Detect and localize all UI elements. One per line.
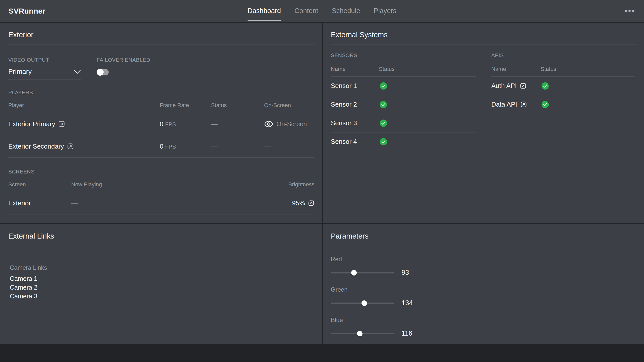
failover-toggle[interactable] (97, 69, 109, 75)
table-row: Exterior — 95% (8, 192, 314, 214)
table-row: Sensor 2 (331, 95, 476, 114)
tab-schedule[interactable]: Schedule (332, 0, 360, 22)
frame-rate-cell: 0 FPS (160, 120, 211, 128)
frame-rate-value: 0 (160, 143, 163, 150)
table-row: Exterior Secondary 0 FPS — — (8, 135, 314, 158)
external-systems-title: External Systems (331, 23, 637, 39)
param-value-blue: 116 (401, 330, 417, 337)
param-label-red: Red (331, 256, 637, 263)
screen-name: Exterior (8, 199, 71, 207)
video-output-label: VIDEO OUTPUT (8, 57, 97, 63)
external-systems-panel: External Systems SENSORS Name Status Sen… (323, 23, 644, 223)
player-name: Exterior Secondary (8, 143, 64, 150)
col-status: Status (541, 66, 634, 72)
on-screen-text: On-Screen (276, 120, 307, 128)
check-circle-icon (379, 100, 388, 109)
exterior-panel: Exterior VIDEO OUTPUT Primary FAILOVER E… (0, 23, 322, 223)
table-row: Data API (491, 95, 634, 114)
col-status: Status (379, 66, 476, 72)
player-link-exterior-secondary[interactable]: Exterior Secondary (8, 143, 160, 150)
player-name: Exterior Primary (8, 120, 55, 128)
divider (331, 44, 637, 45)
param-group-blue: Blue 116 (331, 316, 637, 337)
ellipsis-icon (628, 10, 631, 12)
check-circle-icon (541, 100, 550, 109)
col-now-playing: Now Playing (71, 181, 259, 188)
col-status: Status (211, 102, 264, 109)
external-links-title: External Links (8, 224, 314, 240)
col-name: Name (331, 66, 379, 72)
table-row: Sensor 3 (331, 114, 476, 132)
tab-players[interactable]: Players (374, 0, 396, 22)
slider-thumb[interactable] (361, 300, 367, 306)
col-screen: Screen (8, 181, 71, 188)
parameters-title: Parameters (331, 224, 637, 240)
failover-label: FAILOVER ENABLED (97, 57, 150, 63)
screens-section-label: SCREENS (8, 169, 314, 175)
systems-columns: SENSORS Name Status Sensor 1 Sensor 2 (331, 52, 637, 151)
failover-group: FAILOVER ENABLED (97, 57, 150, 79)
check-circle-icon (541, 81, 550, 90)
player-link-exterior-primary[interactable]: Exterior Primary (8, 120, 160, 128)
col-on-screen: On-Screen (264, 102, 314, 109)
main-nav: Dashboard Content Schedule Players (248, 0, 396, 22)
apis-table-header: Name Status (491, 58, 634, 77)
sensor-name: Sensor 1 (331, 82, 379, 90)
brightness-value: 95% (292, 199, 305, 207)
sensors-table-header: Name Status (331, 58, 476, 77)
players-section: PLAYERS Player Frame Rate Status On-Scre… (8, 89, 314, 158)
tab-dashboard[interactable]: Dashboard (248, 0, 281, 22)
slider-thumb[interactable] (357, 331, 363, 336)
ellipsis-icon (632, 10, 634, 12)
players-table-header: Player Frame Rate Status On-Screen (8, 96, 314, 113)
screens-table-header: Screen Now Playing Brightness (8, 175, 314, 192)
video-output-group: VIDEO OUTPUT Primary (8, 57, 97, 79)
players-section-label: PLAYERS (8, 89, 314, 96)
exterior-controls: VIDEO OUTPUT Primary FAILOVER ENABLED (8, 57, 314, 79)
brightness-link[interactable]: 95% (259, 199, 314, 207)
external-link-icon (520, 82, 527, 89)
param-value-green: 134 (401, 299, 417, 307)
red-slider[interactable] (331, 270, 394, 276)
sensor-name: Sensor 2 (331, 101, 379, 108)
sensors-section: SENSORS Name Status Sensor 1 Sensor 2 (331, 52, 476, 151)
param-value-red: 93 (401, 269, 417, 277)
status-cell: — (211, 120, 264, 128)
camera-link-1[interactable]: Camera 1 (10, 274, 37, 283)
table-row: Sensor 4 (331, 132, 476, 151)
api-link-data[interactable]: Data API (491, 101, 541, 108)
divider (8, 246, 314, 246)
external-link-icon (520, 101, 527, 108)
frame-rate-unit: FPS (165, 144, 176, 150)
api-name: Data API (491, 101, 517, 108)
frame-rate-cell: 0 FPS (160, 143, 211, 150)
slider-track (331, 333, 394, 334)
camera-link-3[interactable]: Camera 3 (10, 292, 37, 301)
ellipsis-icon (625, 10, 627, 12)
divider (331, 246, 637, 246)
exterior-panel-title: Exterior (8, 23, 314, 39)
check-circle-icon (379, 137, 388, 146)
camera-link-2[interactable]: Camera 2 (10, 283, 37, 292)
sensors-section-label: SENSORS (331, 52, 476, 58)
col-brightness: Brightness (259, 181, 314, 188)
on-screen-cell: On-Screen (264, 120, 314, 128)
camera-links-label: Camera Links (10, 264, 314, 271)
divider (8, 44, 314, 45)
apis-section-label: APIS (491, 52, 634, 58)
external-link-icon (58, 120, 65, 127)
table-row: Exterior Primary 0 FPS — On- (8, 113, 314, 135)
slider-thumb[interactable] (351, 270, 357, 276)
tab-content[interactable]: Content (294, 0, 318, 22)
chevron-down-icon (73, 70, 81, 74)
external-links-panel: External Links Camera Links Camera 1 Cam… (0, 224, 322, 344)
status-cell: — (211, 143, 264, 150)
blue-slider[interactable] (331, 331, 394, 336)
video-output-select[interactable]: Primary (8, 68, 81, 79)
overflow-menu-button[interactable] (624, 7, 635, 15)
external-link-icon (67, 143, 74, 150)
app-title: SVRunner (9, 7, 46, 15)
api-link-auth[interactable]: Auth API (491, 82, 541, 90)
param-label-blue: Blue (331, 316, 637, 324)
green-slider[interactable] (331, 300, 394, 306)
